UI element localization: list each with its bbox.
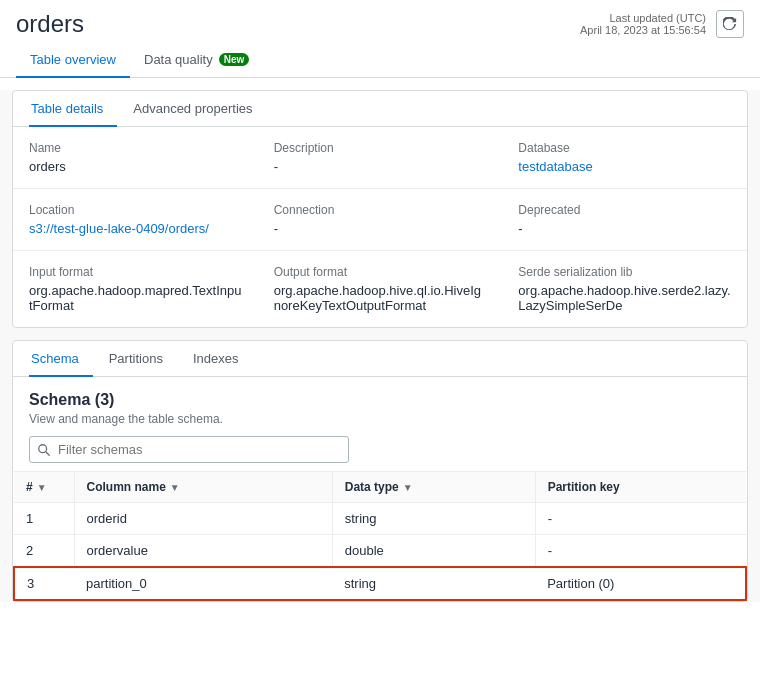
col-header-data-type-label: Data type: [345, 480, 399, 494]
filter-input-wrap: [29, 436, 349, 463]
sort-icon-column-name: ▼: [170, 482, 180, 493]
details-card: Table details Advanced properties Nameor…: [12, 90, 748, 328]
inner-tabs-bar: Table details Advanced properties: [13, 91, 747, 127]
cell-data-type: string: [332, 503, 535, 535]
detail-value: -: [274, 221, 487, 236]
tab-table-details-label: Table details: [31, 101, 103, 116]
detail-cell-input-format: Input formatorg.apache.hadoop.mapred.Tex…: [13, 251, 258, 327]
detail-label: Description: [274, 141, 487, 155]
cell-partition-key: -: [535, 503, 746, 535]
search-icon: [37, 443, 51, 457]
tab-table-details[interactable]: Table details: [29, 91, 117, 127]
schema-section: Schema Partitions Indexes Schema (3) Vie…: [12, 340, 748, 602]
schema-table: # ▼ Column name ▼ Data type ▼: [13, 471, 747, 601]
detail-value[interactable]: s3://test-glue-lake-0409/orders/: [29, 221, 242, 236]
top-tabs-bar: Table overview Data quality New: [0, 44, 760, 78]
detail-label: Output format: [274, 265, 487, 279]
tab-schema-label: Schema: [31, 351, 79, 366]
detail-label: Name: [29, 141, 242, 155]
detail-value: -: [518, 221, 731, 236]
detail-label: Serde serialization lib: [518, 265, 731, 279]
detail-label: Database: [518, 141, 731, 155]
detail-label: Connection: [274, 203, 487, 217]
schema-title: Schema (3): [29, 391, 731, 409]
col-header-column-name: Column name ▼: [74, 472, 332, 503]
table-row: 3partition_0stringPartition (0): [14, 567, 746, 600]
page-title: orders: [16, 10, 84, 38]
detail-cell-connection: Connection-: [258, 189, 503, 251]
tab-indexes[interactable]: Indexes: [191, 341, 253, 377]
svg-point-0: [39, 444, 47, 452]
schema-subtitle: View and manage the table schema.: [29, 412, 731, 426]
sort-icon-data-type: ▼: [403, 482, 413, 493]
last-updated-label: Last updated (UTC): [580, 12, 706, 24]
tab-advanced-properties[interactable]: Advanced properties: [131, 91, 266, 127]
detail-cell-database: Databasetestdatabase: [502, 127, 747, 189]
detail-value: orders: [29, 159, 242, 174]
tab-table-overview-label: Table overview: [30, 52, 116, 67]
cell-partition-key: Partition (0): [535, 567, 746, 600]
tab-advanced-properties-label: Advanced properties: [133, 101, 252, 116]
table-row: 2ordervaluedouble-: [14, 535, 746, 568]
cell-column-name: ordervalue: [74, 535, 332, 568]
col-header-column-name-label: Column name: [87, 480, 166, 494]
page-header: orders Last updated (UTC) April 18, 2023…: [0, 0, 760, 44]
detail-label: Deprecated: [518, 203, 731, 217]
cell-num: 3: [14, 567, 74, 600]
tab-indexes-label: Indexes: [193, 351, 239, 366]
tab-data-quality[interactable]: Data quality New: [130, 44, 263, 78]
tab-table-overview[interactable]: Table overview: [16, 44, 130, 78]
cell-data-type: string: [332, 567, 535, 600]
new-badge: New: [219, 53, 250, 66]
col-header-partition-key: Partition key: [535, 472, 746, 503]
tab-partitions[interactable]: Partitions: [107, 341, 177, 377]
sort-icon-num: ▼: [37, 482, 47, 493]
detail-value: org.apache.hadoop.hive.ql.io.HiveIgnoreK…: [274, 283, 487, 313]
tab-schema[interactable]: Schema: [29, 341, 93, 377]
table-row: 1orderidstring-: [14, 503, 746, 535]
detail-cell-serde-serialization-lib: Serde serialization liborg.apache.hadoop…: [502, 251, 747, 327]
schema-tabs-bar: Schema Partitions Indexes: [13, 341, 747, 377]
detail-cell-output-format: Output formatorg.apache.hadoop.hive.ql.i…: [258, 251, 503, 327]
cell-partition-key: -: [535, 535, 746, 568]
col-header-num-label: #: [26, 480, 33, 494]
detail-value: org.apache.hadoop.hive.serde2.lazy.LazyS…: [518, 283, 731, 313]
col-header-num: # ▼: [14, 472, 74, 503]
detail-label: Input format: [29, 265, 242, 279]
cell-column-name: orderid: [74, 503, 332, 535]
table-details-grid: NameordersDescription-Databasetestdataba…: [13, 127, 747, 327]
cell-num: 1: [14, 503, 74, 535]
detail-value: org.apache.hadoop.mapred.TextInputFormat: [29, 283, 242, 313]
detail-cell-description: Description-: [258, 127, 503, 189]
detail-label: Location: [29, 203, 242, 217]
last-updated-value: April 18, 2023 at 15:56:54: [580, 24, 706, 36]
cell-data-type: double: [332, 535, 535, 568]
refresh-icon: [723, 17, 737, 31]
filter-schemas-input[interactable]: [29, 436, 349, 463]
schema-header: Schema (3) View and manage the table sch…: [13, 377, 747, 471]
detail-cell-name: Nameorders: [13, 127, 258, 189]
refresh-button[interactable]: [716, 10, 744, 38]
detail-cell-location: Locations3://test-glue-lake-0409/orders/: [13, 189, 258, 251]
last-updated-info: Last updated (UTC) April 18, 2023 at 15:…: [580, 12, 706, 36]
tab-partitions-label: Partitions: [109, 351, 163, 366]
detail-value: -: [274, 159, 487, 174]
header-right: Last updated (UTC) April 18, 2023 at 15:…: [580, 10, 744, 38]
detail-cell-deprecated: Deprecated-: [502, 189, 747, 251]
col-header-data-type: Data type ▼: [332, 472, 535, 503]
cell-num: 2: [14, 535, 74, 568]
col-header-partition-key-label: Partition key: [548, 480, 620, 494]
tab-data-quality-label: Data quality: [144, 52, 213, 67]
svg-line-1: [46, 452, 49, 455]
content-area: Table details Advanced properties Nameor…: [0, 90, 760, 602]
cell-column-name: partition_0: [74, 567, 332, 600]
table-header-row: # ▼ Column name ▼ Data type ▼: [14, 472, 746, 503]
detail-value[interactable]: testdatabase: [518, 159, 731, 174]
